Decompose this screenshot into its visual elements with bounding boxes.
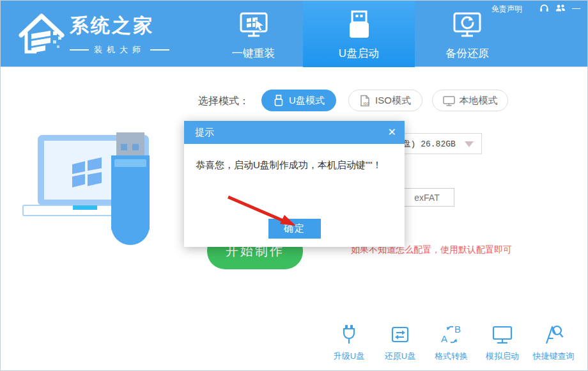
- brand-subtitle: 装机大师: [70, 44, 169, 56]
- usb-upgrade-icon: [337, 322, 360, 349]
- brand-title: 系统之家: [70, 13, 169, 39]
- simulate-boot-icon: [490, 322, 514, 349]
- tab-one-key-reinstall[interactable]: 一键重装: [213, 1, 293, 67]
- mode-option-label: U盘模式: [289, 95, 325, 107]
- house-logo-icon: [17, 10, 66, 58]
- tool-label: 格式转换: [435, 351, 468, 362]
- dialog-close-icon[interactable]: ✕: [388, 127, 396, 138]
- tool-label: 升级U盘: [334, 351, 364, 362]
- usb-drive-icon: [343, 8, 376, 43]
- window-controls: — ✕: [539, 3, 588, 13]
- mode-option-iso[interactable]: ISO ISO模式: [348, 90, 422, 111]
- support-icon[interactable]: [539, 3, 549, 13]
- mode-select-label: 选择模式：: [198, 95, 249, 108]
- mode-option-label: ISO模式: [375, 95, 411, 107]
- chevron-down-icon: [465, 141, 474, 147]
- svg-text:A: A: [441, 333, 447, 344]
- svg-text:B: B: [454, 324, 461, 335]
- tool-format-convert[interactable]: A B 格式转换: [426, 322, 477, 362]
- iso-file-icon: ISO: [360, 95, 371, 107]
- app-window: 系统之家 装机大师: [0, 0, 588, 371]
- backup-restore-icon: [451, 8, 483, 43]
- format-option-exfat[interactable]: exFAT: [399, 188, 454, 207]
- mode-option-local[interactable]: 本地模式: [432, 90, 508, 111]
- tool-hotkey-lookup[interactable]: 快捷键查询: [528, 322, 579, 362]
- dialog-ok-button[interactable]: 确定: [268, 219, 321, 239]
- reinstall-monitor-icon: [238, 8, 270, 43]
- disclaimer-link[interactable]: 免责声明: [491, 4, 522, 15]
- tool-label: 模拟启动: [486, 351, 519, 362]
- prompt-dialog: 提示 ✕ 恭喜您，启动U盘制作成功，本机启动键""！ 确定: [184, 121, 405, 247]
- bottom-toolbar: 升级U盘 还原U盘 A B: [323, 322, 579, 362]
- monitor-icon: [443, 95, 455, 106]
- dialog-title: 提示: [195, 127, 214, 139]
- tab-label: 备份还原: [445, 46, 489, 61]
- right-dash: [150, 49, 169, 51]
- left-dash: [70, 49, 89, 51]
- usb-restore-icon: [389, 322, 412, 349]
- minimize-button[interactable]: —: [572, 3, 580, 13]
- tool-upgrade-usb[interactable]: 升级U盘: [323, 322, 375, 362]
- tool-restore-usb[interactable]: 还原U盘: [375, 322, 426, 362]
- dialog-message: 恭喜您，启动U盘制作成功，本机启动键""！: [196, 159, 382, 171]
- tab-label: U盘启动: [339, 46, 379, 61]
- svg-text:ISO: ISO: [364, 102, 370, 106]
- brand-logo: 系统之家 装机大师: [17, 10, 169, 58]
- laptop-usb-illustration: [17, 129, 183, 272]
- tool-label: 还原U盘: [385, 351, 415, 362]
- mode-option-label: 本地模式: [460, 95, 498, 107]
- tab-label: 一键重装: [232, 46, 275, 61]
- dialog-titlebar: 提示 ✕: [184, 121, 405, 144]
- user-group-icon[interactable]: [555, 3, 566, 13]
- format-convert-icon: A B: [439, 322, 463, 349]
- hotkey-search-icon: [541, 322, 566, 349]
- mode-option-usb[interactable]: U盘模式: [261, 90, 336, 111]
- usb-stick-icon: [273, 95, 284, 106]
- tab-usb-boot[interactable]: U盘启动: [303, 1, 415, 67]
- tool-label: 快捷键查询: [533, 351, 575, 362]
- header: 系统之家 装机大师: [1, 1, 587, 67]
- tool-simulate-boot[interactable]: 模拟启动: [477, 322, 528, 362]
